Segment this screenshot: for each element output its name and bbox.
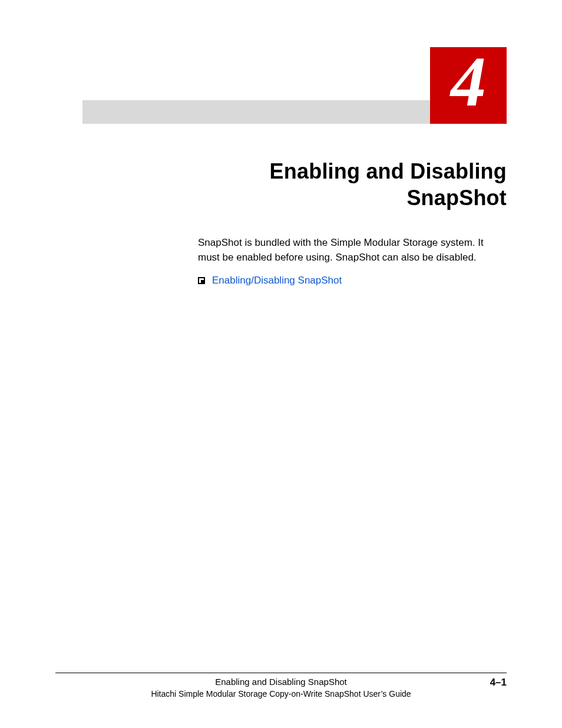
chapter-number: 4 (451, 47, 486, 117)
chapter-title: Enabling and Disabling SnapShot (194, 158, 507, 211)
footer-line-1: Enabling and Disabling SnapShot 4–1 (55, 677, 507, 687)
footer-guide-title: Hitachi Simple Modular Storage Copy-on-W… (55, 689, 507, 699)
intro-paragraph: SnapShot is bundled with the Simple Modu… (198, 236, 507, 265)
bullet-icon (198, 277, 205, 284)
chapter-title-line2: SnapShot (406, 186, 507, 210)
footer-rule (55, 673, 507, 673)
chapter-title-line1: Enabling and Disabling (270, 159, 507, 183)
toc-item: Enabling/Disabling SnapShot (198, 275, 507, 286)
toc-link-enabling-disabling-snapshot[interactable]: Enabling/Disabling SnapShot (212, 275, 342, 286)
document-page: 4 Enabling and Disabling SnapShot SnapSh… (0, 0, 562, 728)
page-footer: Enabling and Disabling SnapShot 4–1 Hita… (55, 673, 507, 699)
chapter-number-box: 4 (430, 47, 507, 124)
toc-list: Enabling/Disabling SnapShot (198, 275, 507, 286)
footer-section-title: Enabling and Disabling SnapShot (215, 677, 347, 687)
footer-page-number: 4–1 (490, 677, 507, 689)
